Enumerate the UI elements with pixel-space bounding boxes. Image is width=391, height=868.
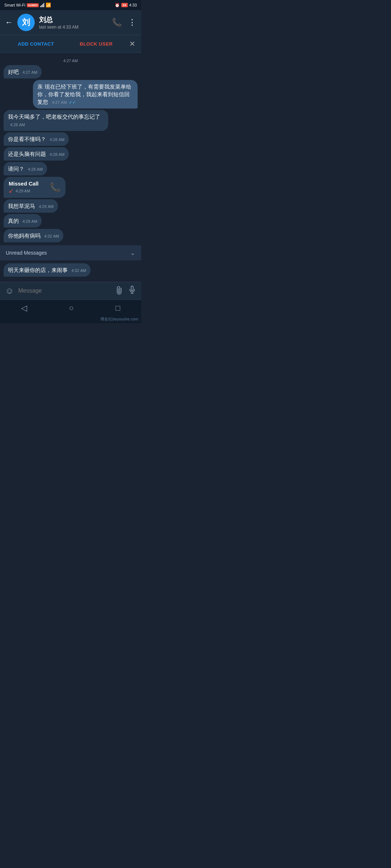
missed-call-arrow-icon: ↙ [9,187,13,194]
message-row: 还是头脑有问题 4:28 AM [4,147,138,161]
carrier-text: Smart Wi-Fi [4,3,25,7]
status-right: ⏰ 24 4:33 [115,3,137,8]
status-left: Smart Wi-Fi VoWiFi 📶 [4,3,51,8]
navigation-bar: ◁ ○ □ [0,299,141,316]
message-time: 4:28 AM [28,167,43,171]
chat-area: 4:27 AM 好吧 4:27 AM 亲 现在已经下班了，有需要我发菜单给你，你… [0,53,141,282]
bubble-incoming: 你是看不懂吗？ 4:28 AM [4,132,69,146]
more-options-icon[interactable]: ⋮ [128,18,136,27]
message-text: 请问？ [8,166,24,172]
message-input-bar: ☺ [0,282,141,299]
message-time: 4:32 AM [44,234,59,238]
message-row: 我今天喝多了，吧老板交代的事忘记了 4:28 AM [4,110,138,131]
header-icons: 📞 ⋮ [112,18,136,27]
watermark: 博友社boyoushe.com [0,316,141,323]
message-time: 4:28 AM [10,123,25,127]
message-row: 真的 4:29 AM [4,214,138,227]
bubble-incoming: 请问？ 4:28 AM [4,162,47,175]
missed-call-label: Missed Call [9,180,39,187]
message-time: 4:27 AM [22,70,37,75]
missed-call-phone-icon: 📞 [50,182,60,192]
emoji-button[interactable]: ☺ [5,286,14,296]
bubble-incoming: 明天来砸你的店，来闹事 4:32 AM [4,263,91,277]
unread-messages-divider: Unread Messages ⌄ [0,245,141,260]
alarm-icon: ⏰ [115,3,120,8]
bubble-incoming: 我今天喝多了，吧老板交代的事忘记了 4:28 AM [4,110,108,131]
bubble-incoming: 你他妈有病吗 4:32 AM [4,229,63,242]
contact-name: 刘总 [39,15,108,25]
missed-call-bubble: Missed Call ↙ 4:29 AM 📞 [4,177,66,198]
message-text: 明天来砸你的店，来闹事 [8,267,68,273]
message-row: 亲 现在已经下班了，有需要我发菜单给你，你看了发给我，我起来看到短信回复您 4:… [4,80,138,109]
message-text: 你是看不懂吗？ [8,136,46,142]
missed-call-info: Missed Call ↙ 4:29 AM [9,180,39,194]
message-text: 还是头脑有问题 [8,151,46,157]
message-time: 4:27 AM ✓✓ [52,100,76,105]
vowifi-badge: VoWiFi [27,3,38,7]
message-text: 真的 [8,218,19,224]
missed-call-time: 4:29 AM [16,189,30,193]
message-time: 4:28 AM [50,152,64,157]
mic-button[interactable] [128,286,136,296]
message-row: 请问？ 4:28 AM [4,162,138,175]
contact-info: 刘总 last seen at 4:33 AM [39,15,108,30]
block-user-button[interactable]: BLOCK USER [66,41,127,47]
message-row: 你是看不懂吗？ 4:28 AM [4,132,138,146]
bubble-incoming: 好吧 4:27 AM [4,65,42,78]
unread-messages-label: Unread Messages [6,250,47,256]
recent-nav-button[interactable]: □ [115,303,120,313]
bubble-incoming: 还是头脑有问题 4:28 AM [4,147,69,161]
home-nav-button[interactable]: ○ [69,303,73,313]
back-button[interactable]: ← [5,18,13,27]
message-time: 4:28 AM [50,137,64,142]
message-row: 我想草泥马 4:29 AM [4,199,138,213]
message-time: 4:29 AM [22,219,37,224]
wifi-icon: 📶 [46,3,51,8]
close-action-bar-button[interactable]: ✕ [129,39,135,48]
bubble-incoming: 我想草泥马 4:29 AM [4,199,58,213]
message-row: 好吧 4:27 AM [4,65,138,78]
chat-header: ← 刘 刘总 last seen at 4:33 AM 📞 ⋮ [0,10,141,35]
message-time: 4:29 AM [39,204,54,209]
call-icon[interactable]: 📞 [112,18,122,27]
battery-badge: 24 [121,3,128,7]
avatar: 刘 [17,14,35,31]
message-text: 我今天喝多了，吧老板交代的事忘记了 [8,114,100,120]
message-time: 4:32 AM [71,268,86,273]
status-bar: Smart Wi-Fi VoWiFi 📶 ⏰ 24 4:33 [0,0,141,10]
timestamp-top: 4:27 AM [4,59,138,63]
bubble-outgoing: 亲 现在已经下班了，有需要我发菜单给你，你看了发给我，我起来看到短信回复您 4:… [33,80,138,109]
add-contact-button[interactable]: ADD CONTACT [6,41,66,47]
action-bar: ADD CONTACT BLOCK USER ✕ [0,35,141,53]
signal-bars-icon [40,3,44,7]
chevron-down-icon[interactable]: ⌄ [130,249,135,257]
read-ticks: ✓✓ [69,100,76,105]
watermark-text: 博友社boyoushe.com [100,317,138,321]
message-row: Missed Call ↙ 4:29 AM 📞 [4,177,138,198]
message-row: 你他妈有病吗 4:32 AM [4,229,138,242]
clock-time: 4:33 [129,3,137,7]
message-text: 我想草泥马 [8,203,35,209]
attach-button[interactable] [114,285,126,297]
message-text: 你他妈有病吗 [8,233,41,239]
message-input[interactable] [18,288,112,294]
bubble-incoming: 真的 4:29 AM [4,214,42,227]
message-text: 好吧 [8,69,19,75]
last-seen-status: last seen at 4:33 AM [39,25,108,30]
message-text: 亲 现在已经下班了，有需要我发菜单给你，你看了发给我，我起来看到短信回复您 [37,84,131,105]
back-nav-button[interactable]: ◁ [21,303,27,313]
missed-call-meta: ↙ 4:29 AM [9,187,39,194]
message-row: 明天来砸你的店，来闹事 4:32 AM [4,263,138,277]
